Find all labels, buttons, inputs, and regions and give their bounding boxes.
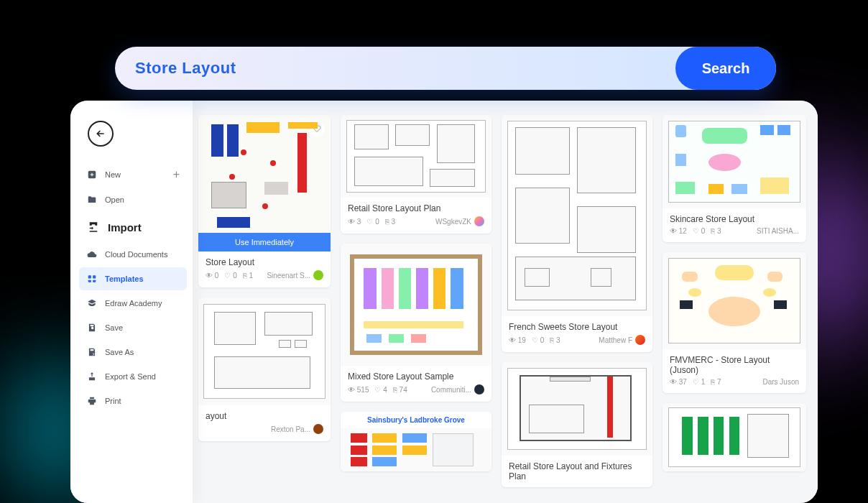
template-card[interactable] <box>662 403 806 471</box>
card-title: FMVMERC - Store Layout (Juson) <box>670 355 799 375</box>
svg-rect-3 <box>88 280 91 282</box>
sidebar: New + Open Import Cloud Documents <box>70 101 193 503</box>
card-stats: 👁 19 ♡ 0 ⎘ 3 <box>509 336 560 344</box>
template-card[interactable]: Use Immediately Store Layout 👁 0 ♡ 0 ⎘ 1… <box>198 115 331 287</box>
nav-open[interactable]: Open <box>79 188 187 211</box>
card-stats: 👁 12 ♡ 0 ⎘ 3 <box>670 227 721 235</box>
card-stats: 👁 37 ♡ 1 ⎘ 7 <box>670 378 721 386</box>
nav-label: Edraw Academy <box>105 299 162 308</box>
svg-rect-2 <box>93 275 96 278</box>
nav-label: Print <box>105 397 121 405</box>
add-icon[interactable]: + <box>173 168 180 181</box>
search-bar: Store Layout Search <box>115 47 776 90</box>
avatar <box>474 216 484 226</box>
card-author: WSgkevZK <box>435 216 484 226</box>
save-as-icon <box>86 346 98 358</box>
template-card[interactable]: Skincare Store Layout 👁 12 ♡ 0 ⎘ 3 SITI … <box>662 115 806 242</box>
card-title: Store Layout <box>206 257 323 267</box>
template-card[interactable]: Sainsbury's Ladbroke Grove <box>341 412 491 471</box>
template-card[interactable]: Retail Store Layout Plan 👁 3 ♡ 0 ⎘ 3 WSg… <box>341 115 491 234</box>
nav-label: Save As <box>105 348 134 356</box>
templates-icon <box>86 273 98 285</box>
nav-label: Open <box>105 195 124 204</box>
search-input-text[interactable]: Store Layout <box>135 59 675 78</box>
plus-box-icon <box>86 169 98 180</box>
card-title: ayout <box>206 411 323 421</box>
nav-label: Export & Send <box>105 372 156 381</box>
svg-rect-4 <box>93 280 96 282</box>
cloud-icon <box>86 249 98 260</box>
card-title: Retail Store Layout Plan <box>348 203 484 213</box>
card-author: Sineenart S... <box>267 270 323 280</box>
card-author: Matthew F <box>599 335 645 345</box>
back-button[interactable] <box>88 121 114 147</box>
card-stats: 👁 515 ♡ 4 ⎘ 74 <box>348 386 407 394</box>
template-card[interactable]: Retail Store Layout and Fixtures Plan <box>502 362 652 487</box>
import-icon <box>86 220 101 234</box>
nav-label: Templates <box>105 274 144 283</box>
print-icon <box>86 395 98 407</box>
nav-label: New <box>105 170 121 179</box>
svg-rect-1 <box>88 275 91 278</box>
export-icon <box>86 371 98 382</box>
nav-label: Save <box>105 323 123 332</box>
card-title: Retail Store Layout and Fixtures Plan <box>509 461 645 481</box>
card-title: Skincare Store Layout <box>670 214 799 224</box>
card-title: French Sweets Store Layout <box>509 322 645 332</box>
avatar <box>313 270 323 280</box>
app-window: New + Open Import Cloud Documents <box>70 101 818 503</box>
nav-academy[interactable]: Edraw Academy <box>79 292 187 315</box>
avatar <box>635 335 645 345</box>
card-author: Dars Juson <box>762 378 799 386</box>
avatar <box>474 384 484 394</box>
nav-print[interactable]: Print <box>79 389 187 412</box>
card-title: Sainsbury's Ladbroke Grove <box>341 412 491 428</box>
nav-templates[interactable]: Templates <box>79 267 187 290</box>
nav-cloud[interactable]: Cloud Documents <box>79 243 187 266</box>
card-author: Rexton Pa... <box>271 424 323 434</box>
academy-icon <box>86 297 98 309</box>
card-stats: 👁 0 ♡ 0 ⎘ 1 <box>206 272 253 280</box>
nav-new[interactable]: New + <box>79 162 187 187</box>
nav-save-as[interactable]: Save As <box>79 341 187 364</box>
template-card[interactable]: ayout Rexton Pa... <box>198 297 331 441</box>
nav-label: Cloud Documents <box>105 250 167 259</box>
template-card[interactable]: Mixed Store Layout Sample 👁 515 ♡ 4 ⎘ 74… <box>341 244 491 402</box>
nav-label: Import <box>108 221 142 234</box>
card-author: Communiti... <box>431 384 484 394</box>
nav-save[interactable]: Save <box>79 316 187 339</box>
folder-icon <box>86 194 98 206</box>
card-author: SITI AISHA... <box>757 227 799 235</box>
template-card[interactable]: FMVMERC - Store Layout (Juson) 👁 37 ♡ 1 … <box>662 252 806 393</box>
use-immediately-button[interactable]: Use Immediately <box>198 233 331 251</box>
nav-export[interactable]: Export & Send <box>79 365 187 388</box>
search-button[interactable]: Search <box>675 47 776 90</box>
save-icon <box>86 322 98 333</box>
nav-import[interactable]: Import <box>79 213 187 241</box>
template-grid: Use Immediately Store Layout 👁 0 ♡ 0 ⎘ 1… <box>193 101 818 503</box>
card-title: Mixed Store Layout Sample <box>348 372 484 382</box>
card-stats: 👁 3 ♡ 0 ⎘ 3 <box>348 218 395 226</box>
avatar <box>313 424 323 434</box>
template-card[interactable]: French Sweets Store Layout 👁 19 ♡ 0 ⎘ 3 … <box>502 115 652 352</box>
